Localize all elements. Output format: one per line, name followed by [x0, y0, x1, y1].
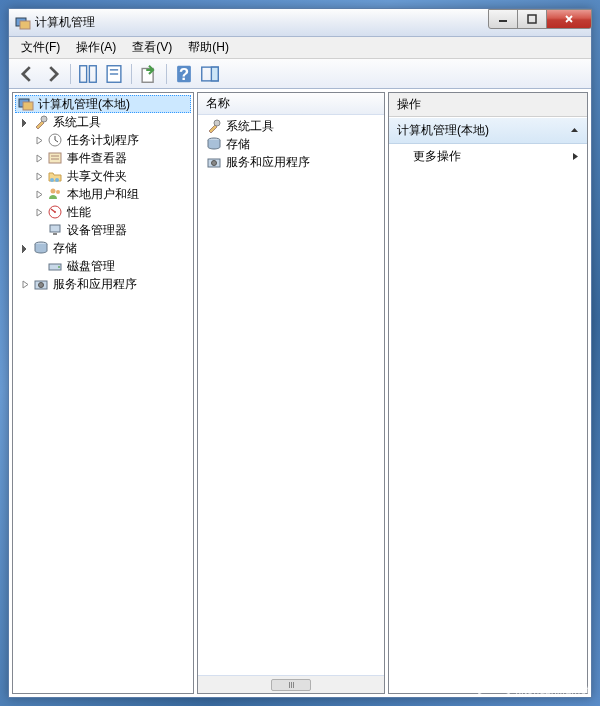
export-button[interactable] [137, 62, 161, 86]
svg-rect-13 [211, 67, 218, 81]
close-button[interactable] [546, 9, 592, 29]
maximize-button[interactable] [517, 9, 547, 29]
list-pane: 名称 系统工具 存储 服务和应用程序 [197, 92, 385, 694]
expand-icon[interactable] [33, 206, 45, 218]
tree-label: 系统工具 [51, 114, 103, 131]
users-icon [47, 186, 63, 202]
tree-shared-folders[interactable]: 共享文件夹 [15, 167, 191, 185]
collapse-icon[interactable] [19, 116, 31, 128]
clock-icon [47, 132, 63, 148]
tree-task-scheduler[interactable]: 任务计划程序 [15, 131, 191, 149]
list-body[interactable]: 系统工具 存储 服务和应用程序 [198, 115, 384, 675]
device-icon [47, 222, 63, 238]
tree-storage[interactable]: 存储 [15, 239, 191, 257]
tree-event-viewer[interactable]: 事件查看器 [15, 149, 191, 167]
list-item[interactable]: 服务和应用程序 [200, 153, 382, 171]
svg-point-37 [212, 161, 217, 166]
actions-pane: 操作 计算机管理(本地) 更多操作 [388, 92, 588, 694]
list-label: 系统工具 [224, 118, 276, 135]
actions-header: 操作 [389, 93, 587, 117]
minimize-button[interactable] [488, 9, 518, 29]
show-hide-tree-button[interactable] [76, 62, 100, 86]
svg-point-31 [58, 266, 60, 268]
svg-point-26 [54, 211, 56, 213]
tree-services-apps[interactable]: 服务和应用程序 [15, 275, 191, 293]
menu-view[interactable]: 查看(V) [124, 37, 180, 58]
svg-rect-5 [89, 65, 96, 82]
toolbar: ? [9, 59, 591, 89]
event-icon [47, 150, 63, 166]
svg-point-23 [51, 189, 56, 194]
services-icon [206, 154, 222, 170]
column-label: 名称 [206, 95, 230, 112]
menu-file[interactable]: 文件(F) [13, 37, 68, 58]
svg-rect-3 [528, 15, 536, 23]
tree-performance[interactable]: 性能 [15, 203, 191, 221]
performance-icon [47, 204, 63, 220]
menu-action[interactable]: 操作(A) [68, 37, 124, 58]
toolbar-separator [70, 64, 71, 84]
tree-root[interactable]: 计算机管理(本地) [15, 95, 191, 113]
svg-rect-15 [23, 102, 33, 110]
tree-label: 计算机管理(本地) [36, 96, 132, 113]
horizontal-scrollbar[interactable] [198, 675, 384, 693]
back-button[interactable] [15, 62, 39, 86]
toolbar-separator [131, 64, 132, 84]
svg-rect-28 [53, 233, 57, 235]
svg-rect-4 [80, 65, 87, 82]
expand-icon[interactable] [33, 134, 45, 146]
scroll-thumb[interactable] [271, 679, 311, 691]
properties-button[interactable] [102, 62, 126, 86]
tree-label: 任务计划程序 [65, 132, 141, 149]
tree-local-users[interactable]: 本地用户和组 [15, 185, 191, 203]
svg-rect-18 [49, 153, 61, 163]
tree-pane: 计算机管理(本地) 系统工具 任务计划程序 [12, 92, 194, 694]
tree-device-manager[interactable]: 设备管理器 [15, 221, 191, 239]
menu-help[interactable]: 帮助(H) [180, 37, 237, 58]
tree-label: 性能 [65, 204, 93, 221]
list-label: 服务和应用程序 [224, 154, 312, 171]
tree-label: 存储 [51, 240, 79, 257]
menubar: 文件(F) 操作(A) 查看(V) 帮助(H) [9, 37, 591, 59]
services-icon [33, 276, 49, 292]
svg-point-34 [214, 120, 220, 126]
app-window: 计算机管理 文件(F) 操作(A) 查看(V) 帮助(H) ? 计算机管理(本地 [8, 8, 592, 698]
content-area: 计算机管理(本地) 系统工具 任务计划程序 [9, 89, 591, 697]
window-title: 计算机管理 [35, 14, 489, 31]
tree-label: 磁盘管理 [65, 258, 117, 275]
shared-folder-icon [47, 168, 63, 184]
list-item[interactable]: 存储 [200, 135, 382, 153]
action-more[interactable]: 更多操作 [389, 144, 587, 169]
svg-point-16 [41, 116, 47, 122]
column-header-name[interactable]: 名称 [198, 93, 384, 115]
tree-label: 服务和应用程序 [51, 276, 139, 293]
titlebar[interactable]: 计算机管理 [9, 9, 591, 37]
navigation-tree[interactable]: 计算机管理(本地) 系统工具 任务计划程序 [13, 93, 193, 693]
expand-icon[interactable] [33, 188, 45, 200]
tree-disk-management[interactable]: 磁盘管理 [15, 257, 191, 275]
disk-icon [47, 258, 63, 274]
svg-text:?: ? [179, 64, 189, 82]
collapse-arrow-icon [570, 124, 579, 138]
show-action-pane-button[interactable] [198, 62, 222, 86]
storage-icon [33, 240, 49, 256]
action-group-header[interactable]: 计算机管理(本地) [389, 117, 587, 144]
toolbar-separator [166, 64, 167, 84]
app-icon [15, 15, 31, 31]
expand-icon[interactable] [33, 170, 45, 182]
computer-icon [18, 96, 34, 112]
expand-icon[interactable] [33, 152, 45, 164]
expand-icon[interactable] [19, 278, 31, 290]
forward-button[interactable] [41, 62, 65, 86]
submenu-arrow-icon [572, 150, 579, 164]
tools-icon [206, 118, 222, 134]
svg-rect-27 [50, 225, 60, 232]
actions-title: 操作 [397, 97, 421, 111]
list-item[interactable]: 系统工具 [200, 117, 382, 135]
collapse-icon[interactable] [19, 242, 31, 254]
tree-system-tools[interactable]: 系统工具 [15, 113, 191, 131]
tools-icon [33, 114, 49, 130]
svg-rect-1 [20, 21, 30, 29]
help-button[interactable]: ? [172, 62, 196, 86]
action-group-label: 计算机管理(本地) [397, 122, 489, 139]
